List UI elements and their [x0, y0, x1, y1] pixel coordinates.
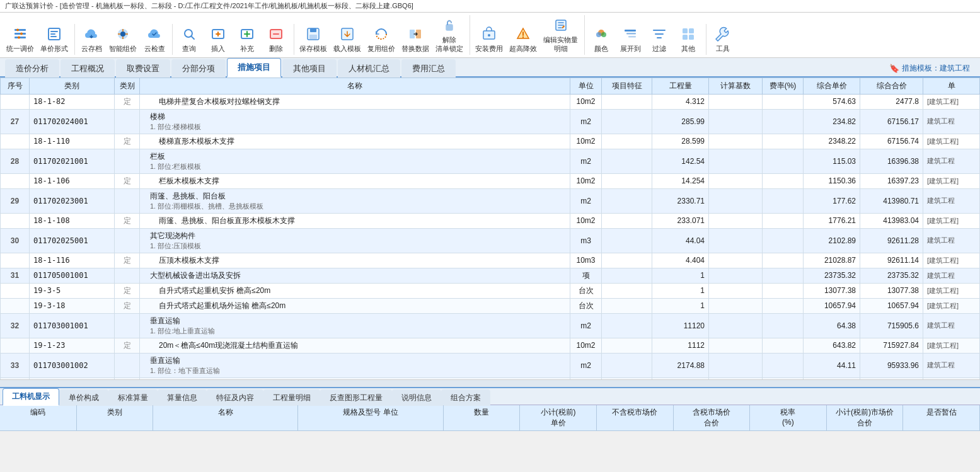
row-total-price: 67156.17 — [860, 109, 923, 134]
row-total-price: 23735.32 — [860, 268, 923, 283]
tab-measures[interactable]: 措施项目 — [227, 58, 281, 78]
row-quantity: 4.312 — [652, 94, 709, 109]
table-row[interactable]: 18-1-106 定 栏板木模板木支撑 10m2 14.254 1150.36 … — [1, 173, 980, 188]
cancel-lock-button[interactable]: 解除清单锁定 — [433, 15, 466, 55]
tab-project-overview[interactable]: 工程概况 — [61, 59, 115, 78]
bottom-tab-qty-detail[interactable]: 工程量明细 — [263, 389, 320, 406]
tab-cost-analysis[interactable]: 造价分析 — [5, 59, 59, 78]
bottom-col-tax-rate: 税率 (%) — [750, 405, 827, 430]
smart-group-icon — [114, 25, 132, 43]
tab-section-items[interactable]: 分部分项 — [171, 59, 226, 78]
row-type — [115, 268, 140, 283]
row-total-price: 92611.28 — [860, 228, 923, 253]
replace-data-icon — [406, 25, 424, 43]
insert-button[interactable]: 插入 — [204, 24, 232, 55]
install-cost-button[interactable]: 安装费用 — [473, 24, 505, 55]
row-total-price: 92611.14 — [860, 253, 923, 268]
cancel-lock-icon — [441, 16, 458, 34]
table-row[interactable]: 28 011702021001 栏板1. 部位:栏板模板 m2 142.54 1… — [1, 149, 980, 173]
row-quantity: 285.99 — [652, 109, 709, 134]
table-row[interactable]: 19-3-18 定 自升式塔式起重机场外运输 檐高≤20m 台次 1 10657… — [1, 298, 980, 313]
table-row[interactable]: 19-1-23 定 20m＜檐高≤40m现浇混凝土结构垂直运输 10m2 111… — [1, 338, 980, 353]
reuse-price-label: 复用组价 — [367, 44, 395, 54]
row-calc-base — [709, 313, 763, 338]
table-row[interactable]: 32 011703001001 垂直运输1. 部位:地上垂直运输 m2 1112… — [1, 313, 980, 338]
scroll-spacer[interactable] — [0, 379, 980, 387]
row-total-price: 10657.94 — [860, 298, 923, 313]
tab-fee-settings[interactable]: 取费设置 — [116, 59, 170, 78]
row-name-cell: 楼梯直形木模板木支撑 — [140, 134, 570, 149]
toolbar-group-edit: 查询 插入 补充 删除 — [175, 24, 294, 55]
table-row[interactable]: 19-3-5 定 自升式塔式起重机安拆 檐高≤20m 台次 1 13077.38… — [1, 283, 980, 298]
bottom-tab-standard[interactable]: 标准算量 — [108, 389, 158, 406]
bottom-tabs: 工料机显示 单价构成 标准算量 算量信息 特征及内容 工程量明细 反查图形工程量… — [0, 387, 980, 405]
row-feature — [602, 173, 652, 188]
unified-adjust-button[interactable]: 统一调价 — [4, 24, 37, 55]
high-risk-button[interactable]: 超高降效 — [507, 24, 539, 55]
expand-to-button[interactable]: 展开到 — [616, 24, 644, 55]
filter-button[interactable]: 过滤 — [645, 24, 673, 55]
table-row[interactable]: 29 011702023001 雨篷、悬挑板、阳台板1. 部位:雨棚模板、挑槽、… — [1, 188, 980, 213]
row-total-price: 413983.04 — [860, 213, 923, 228]
tools-button[interactable]: 工具 — [709, 24, 737, 55]
reuse-price-button[interactable]: 复用组价 — [365, 24, 398, 55]
bottom-tab-review[interactable]: 反查图形工程量 — [320, 389, 392, 406]
row-calc-base — [709, 188, 763, 213]
row-type: 定 — [115, 283, 140, 298]
unified-adjust-label: 统一调价 — [6, 44, 34, 54]
row-feature — [602, 213, 652, 228]
table-row[interactable]: 18-1-116 定 压顶木模板木支撑 10m3 4.404 21028.87 … — [1, 253, 980, 268]
row-type — [115, 313, 140, 338]
tab-cost-summary[interactable]: 费用汇总 — [401, 59, 456, 78]
row-unit: 台次 — [570, 283, 602, 298]
row-quantity: 2174.88 — [652, 353, 709, 377]
color-button[interactable]: 颜色 — [587, 24, 615, 55]
cloud-check-button[interactable]: 云检查 — [141, 24, 168, 55]
bottom-tab-calc-info[interactable]: 算量信息 — [158, 389, 207, 406]
replace-data-button[interactable]: 替换数据 — [399, 24, 432, 55]
table-row[interactable]: 30 011702025001 其它现浇构件1. 部位:压顶模板 m3 44.0… — [1, 228, 980, 253]
svg-point-5 — [18, 36, 20, 38]
other-button[interactable]: 其他 — [674, 24, 702, 55]
reuse-price-icon — [372, 25, 390, 43]
svg-rect-36 — [689, 35, 694, 40]
bottom-tab-notes[interactable]: 说明信息 — [392, 389, 441, 406]
cloud-save-button[interactable]: 云存档 — [78, 24, 105, 55]
delete-button[interactable]: 删除 — [262, 24, 290, 55]
bottom-tab-labor[interactable]: 工料机显示 — [3, 388, 59, 406]
table-row[interactable]: 18-1-110 定 楼梯直形木模板木支撑 10m2 28.599 2348.2… — [1, 134, 980, 149]
row-calc-base — [709, 338, 763, 353]
table-row[interactable]: 18-1-82 定 电梯井壁复合木模板对拉螺栓钢支撑 10m2 4.312 57… — [1, 94, 980, 109]
table-row[interactable]: 18-1-108 定 雨篷、悬挑板、阳台板直形木模板木支撑 10m2 233.0… — [1, 213, 980, 228]
single-form-button[interactable]: 单价形式 — [38, 24, 71, 55]
row-unit: m2 — [570, 109, 602, 134]
tab-other-items[interactable]: 其他项目 — [282, 59, 337, 78]
row-total-price: 16397.23 — [860, 173, 923, 188]
row-calc-base — [709, 253, 763, 268]
table-row[interactable]: 31 011705001001 大型机械设备进出场及安拆 项 1 23735.3… — [1, 268, 980, 283]
supplement-button[interactable]: 补充 — [233, 24, 261, 55]
bottom-col-tax-market: 含税市场价 合价 — [674, 405, 751, 430]
cancel-lock-label: 解除清单锁定 — [435, 35, 463, 54]
table-row[interactable]: 27 011702024001 楼梯1. 部位:楼梯模板 m2 285.99 2… — [1, 109, 980, 134]
row-feature — [602, 188, 652, 213]
bottom-tab-features[interactable]: 特征及内容 — [207, 389, 263, 406]
bottom-tab-unit[interactable]: 单价构成 — [59, 389, 108, 406]
svg-rect-23 — [446, 25, 453, 30]
bottom-tab-group-plan[interactable]: 组合方案 — [441, 389, 490, 406]
table-row[interactable]: 33 011703001002 垂直运输1. 部位：地下垂直运输 m2 2174… — [1, 353, 980, 377]
smart-group-button[interactable]: 智能组价 — [107, 24, 139, 55]
load-template-button[interactable]: 载入模板 — [331, 24, 364, 55]
row-seq: 33 — [1, 353, 30, 377]
query-button[interactable]: 查询 — [175, 24, 203, 55]
save-template-button[interactable]: 保存模板 — [297, 24, 330, 55]
bottom-col-tax-unit: 小计(税前) 单价 — [520, 405, 597, 430]
edit-entity-button[interactable]: 编辑实物量明细 — [541, 15, 580, 55]
row-feature — [602, 253, 652, 268]
tab-labor-materials[interactable]: 人材机汇总 — [338, 59, 400, 78]
query-label: 查询 — [182, 44, 196, 54]
bottom-table-header: 编码 类别 名称 规格及型号 单位 数量 小计(税前) 单价 不含税市场价 含税… — [0, 405, 980, 431]
row-seq — [1, 173, 30, 188]
row-calc-base — [709, 149, 763, 173]
bottom-col-type: 类别 — [77, 405, 154, 430]
